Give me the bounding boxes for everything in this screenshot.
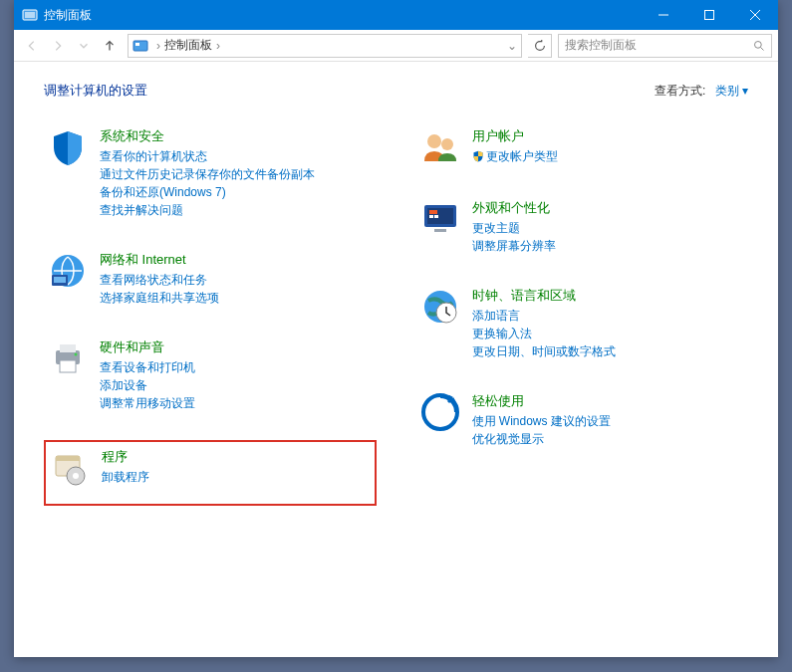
category-link[interactable]: 更换输入法 — [472, 325, 745, 342]
back-button[interactable] — [20, 34, 44, 58]
window-title: 控制面板 — [44, 7, 641, 24]
viewby-label: 查看方式: — [655, 84, 705, 98]
category-network: 网络和 Internet 查看网络状态和任务 选择家庭组和共享选项 — [44, 247, 377, 311]
maximize-button[interactable] — [686, 0, 732, 30]
category-link[interactable]: 卸载程序 — [102, 468, 371, 486]
address-bar[interactable]: › 控制面板 › ⌄ — [128, 34, 522, 58]
category-title[interactable]: 轻松使用 — [472, 392, 745, 410]
svg-rect-22 — [429, 215, 433, 218]
category-title[interactable]: 时钟、语言和区域 — [472, 287, 745, 305]
right-column: 用户帐户 更改帐户类型 外观和个性化 更改主题 调整屏幕分辨率 时钟、语 — [416, 123, 749, 530]
navbar: › 控制面板 › ⌄ 搜索控制面板 — [14, 30, 778, 62]
category-programs: 程序 卸载程序 — [44, 440, 377, 506]
category-title[interactable]: 网络和 Internet — [100, 251, 373, 269]
ease-of-access-icon — [420, 392, 460, 432]
viewby-dropdown[interactable]: 类别 ▾ — [715, 84, 748, 98]
svg-point-16 — [73, 473, 79, 479]
svg-rect-4 — [135, 43, 139, 46]
svg-rect-8 — [54, 277, 66, 283]
svg-rect-2 — [705, 11, 714, 20]
clock-globe-icon — [420, 287, 460, 327]
category-link[interactable]: 调整屏幕分辨率 — [472, 237, 745, 255]
svg-point-12 — [75, 353, 78, 356]
svg-rect-1 — [25, 12, 35, 18]
category-title[interactable]: 程序 — [102, 448, 371, 466]
users-icon — [420, 127, 460, 167]
svg-point-5 — [755, 41, 762, 48]
category-link[interactable]: 更改主题 — [472, 219, 745, 237]
svg-rect-23 — [434, 215, 438, 218]
category-title[interactable]: 系统和安全 — [100, 127, 373, 145]
category-link[interactable]: 查找并解决问题 — [100, 201, 373, 219]
category-clock-region: 时钟、语言和区域 添加语言 更换输入法 更改日期、时间或数字格式 — [416, 283, 749, 364]
svg-rect-14 — [56, 456, 80, 461]
category-ease-of-access: 轻松使用 使用 Windows 建议的设置 优化视觉显示 — [416, 388, 749, 452]
search-input[interactable]: 搜索控制面板 — [558, 34, 772, 58]
addr-control-panel-icon — [132, 38, 148, 54]
category-appearance: 外观和个性化 更改主题 调整屏幕分辨率 — [416, 195, 749, 259]
addr-dropdown-icon[interactable]: ⌄ — [503, 39, 521, 53]
programs-icon — [50, 448, 90, 488]
forward-button[interactable] — [46, 34, 70, 58]
svg-rect-21 — [429, 210, 437, 214]
category-link[interactable]: 调整常用移动设置 — [100, 394, 373, 412]
category-user-accounts: 用户帐户 更改帐户类型 — [416, 123, 749, 171]
content-area: 调整计算机的设置 查看方式: 类别 ▾ 系统和安全 查看你的计算机状态 通过文件… — [14, 62, 778, 550]
category-link[interactable]: 使用 Windows 建议的设置 — [472, 412, 745, 430]
search-placeholder: 搜索控制面板 — [565, 37, 753, 54]
network-icon — [48, 251, 88, 291]
category-hardware-sound: 硬件和声音 查看设备和打印机 添加设备 调整常用移动设置 — [44, 335, 377, 416]
breadcrumb-separator: › — [216, 39, 220, 53]
breadcrumb[interactable]: 控制面板 — [164, 37, 212, 54]
close-button[interactable] — [732, 0, 778, 30]
minimize-button[interactable] — [641, 0, 686, 30]
up-button[interactable] — [98, 34, 122, 58]
breadcrumb-separator: › — [156, 39, 160, 53]
category-link[interactable]: 通过文件历史记录保存你的文件备份副本 — [100, 165, 373, 183]
view-by: 查看方式: 类别 ▾ — [655, 83, 748, 100]
page-header: 调整计算机的设置 查看方式: 类别 ▾ — [44, 82, 748, 100]
svg-rect-11 — [60, 360, 76, 372]
category-title[interactable]: 硬件和声音 — [100, 338, 373, 356]
printer-icon — [48, 338, 88, 378]
monitor-icon — [420, 199, 460, 239]
category-link[interactable]: 选择家庭组和共享选项 — [100, 289, 373, 307]
category-link[interactable]: 查看你的计算机状态 — [100, 147, 373, 165]
category-link[interactable]: 添加设备 — [100, 376, 373, 394]
refresh-button[interactable] — [528, 34, 552, 58]
search-icon — [753, 40, 765, 52]
shield-small-icon — [472, 150, 484, 162]
category-link[interactable]: 备份和还原(Windows 7) — [100, 183, 373, 201]
svg-rect-24 — [434, 229, 446, 232]
svg-rect-10 — [60, 344, 76, 352]
svg-point-17 — [427, 134, 441, 148]
category-link[interactable]: 添加语言 — [472, 307, 745, 325]
category-system-security: 系统和安全 查看你的计算机状态 通过文件历史记录保存你的文件备份副本 备份和还原… — [44, 123, 377, 223]
category-link[interactable]: 更改帐户类型 — [472, 147, 745, 165]
category-link[interactable]: 查看网络状态和任务 — [100, 271, 373, 289]
control-panel-icon — [22, 7, 38, 23]
category-title[interactable]: 用户帐户 — [472, 127, 745, 145]
titlebar: 控制面板 — [14, 0, 778, 30]
left-column: 系统和安全 查看你的计算机状态 通过文件历史记录保存你的文件备份副本 备份和还原… — [44, 123, 377, 530]
category-link[interactable]: 查看设备和打印机 — [100, 358, 373, 376]
window-buttons — [641, 0, 778, 30]
svg-point-18 — [441, 138, 453, 150]
category-columns: 系统和安全 查看你的计算机状态 通过文件历史记录保存你的文件备份副本 备份和还原… — [44, 123, 748, 530]
category-title[interactable]: 外观和个性化 — [472, 199, 745, 217]
category-link[interactable]: 更改日期、时间或数字格式 — [472, 342, 745, 360]
recent-dropdown[interactable] — [72, 34, 96, 58]
page-title: 调整计算机的设置 — [44, 82, 655, 100]
shield-icon — [48, 127, 88, 167]
category-link[interactable]: 优化视觉显示 — [472, 430, 745, 448]
control-panel-window: 控制面板 › 控制面板 › ⌄ 搜索控制面板 调整计算机的设置 查 — [14, 0, 778, 657]
